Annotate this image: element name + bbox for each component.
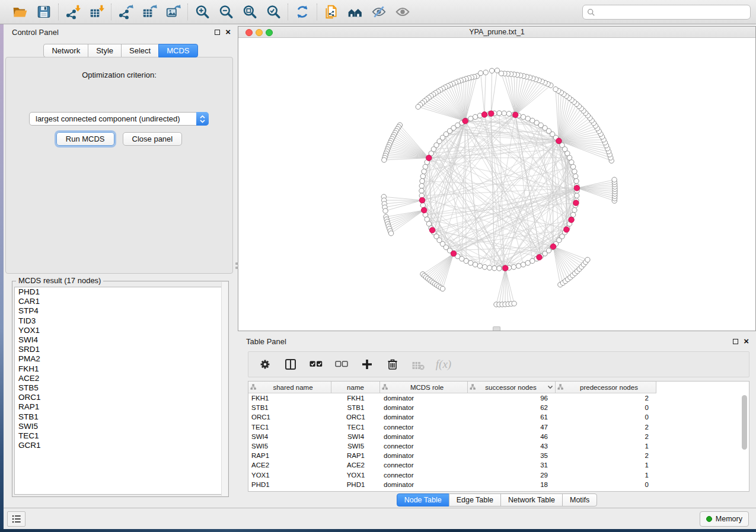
result-list-item[interactable]: TID3 (15, 316, 226, 326)
table-settings-button[interactable] (257, 357, 273, 372)
first-neighbors-button[interactable] (347, 4, 363, 20)
column-header-MCDS-role[interactable]: MCDS role (380, 382, 468, 393)
save-button[interactable] (36, 4, 52, 20)
tab-network[interactable]: Network (43, 44, 88, 57)
canvas-splitter-grip[interactable] (493, 326, 500, 331)
hide-selected-button[interactable] (371, 4, 387, 20)
cell-name: STB1 (331, 404, 380, 411)
table-row[interactable]: RAP1RAP1dominator352 (248, 451, 749, 460)
zoom-fit-content-button[interactable] (241, 4, 258, 20)
table-row[interactable]: STB1STB1dominator620 (248, 403, 749, 412)
network-graph[interactable] (238, 38, 755, 331)
column-header-successor-nodes[interactable]: successor nodes (468, 382, 556, 393)
select-all-rows-button[interactable] (308, 357, 324, 372)
deselect-all-rows-button[interactable] (334, 357, 349, 372)
menu-list-button[interactable] (7, 511, 25, 527)
cell-mcds_role: dominator (380, 404, 468, 411)
close-table-panel-icon[interactable]: × (744, 338, 749, 344)
result-list-item[interactable]: FKH1 (15, 364, 226, 374)
tab-mcds[interactable]: MCDS (158, 44, 197, 57)
result-list-item[interactable]: RAP1 (15, 402, 226, 412)
table-scrollbar-thumb[interactable] (742, 395, 747, 450)
cell-mcds_role: dominator (380, 452, 468, 459)
new-network-from-selection-button[interactable] (323, 4, 340, 20)
panel-splitter-grip[interactable] (234, 261, 239, 274)
zoom-in-button[interactable] (194, 4, 210, 20)
result-list-item[interactable]: YOX1 (15, 326, 226, 335)
memory-button[interactable]: Memory (700, 511, 749, 527)
result-list-item[interactable]: STB1 (15, 412, 226, 422)
result-list-item[interactable]: SWI4 (15, 335, 226, 345)
column-header-label: shared name (257, 384, 329, 391)
tab-network-table[interactable]: Network Table (500, 493, 563, 507)
import-network-button[interactable] (65, 4, 81, 20)
export-table-button[interactable] (141, 4, 158, 20)
table-row[interactable]: SWI5SWI5connector431 (248, 441, 749, 451)
table-row[interactable]: PHD1PHD1dominator180 (248, 480, 749, 489)
tab-select[interactable]: Select (121, 44, 159, 57)
search-box[interactable] (582, 5, 751, 20)
result-list-item[interactable]: TEC1 (15, 431, 226, 441)
tab-node-table[interactable]: Node Table (397, 493, 449, 507)
control-panel-tabs: NetworkStyleSelectMCDS (4, 44, 238, 57)
result-list-item[interactable]: PHD1 (15, 287, 226, 297)
cell-shared_name: PHD1 (248, 481, 331, 488)
export-image-icon (165, 4, 181, 20)
result-list-scrollbar[interactable] (221, 282, 228, 496)
close-panel-icon[interactable]: × (225, 29, 231, 35)
close-window-icon[interactable] (245, 29, 253, 36)
run-mcds-button[interactable]: Run MCDS (56, 132, 114, 146)
result-list-item[interactable]: PMA2 (15, 354, 226, 364)
zoom-selected-button[interactable] (265, 4, 282, 20)
table-row[interactable]: ORC1ORC1dominator610 (248, 412, 749, 422)
chevron-up-down-icon[interactable] (196, 112, 209, 126)
criterion-select[interactable]: largest connected component (undirected) (29, 112, 209, 126)
close-panel-button[interactable]: Close panel (123, 132, 183, 146)
search-input[interactable] (598, 8, 746, 17)
cell-mcds_role: dominator (380, 481, 468, 488)
export-image-button[interactable] (165, 4, 181, 20)
table-row[interactable]: TEC1TEC1connector472 (248, 422, 749, 432)
network-canvas[interactable] (238, 38, 755, 331)
open-file-button[interactable] (12, 4, 28, 20)
new-network-from-selection-icon (324, 4, 339, 20)
result-list-item[interactable]: ACE2 (15, 374, 226, 383)
result-list-item[interactable]: GCR1 (15, 441, 226, 450)
node-table: shared namenameMCDS rolesuccessor nodesp… (248, 381, 749, 492)
float-panel-icon[interactable] (215, 30, 220, 35)
zoom-in-icon (194, 4, 210, 20)
result-list-item[interactable]: SRD1 (15, 345, 226, 354)
export-network-button[interactable] (117, 4, 134, 20)
maximize-window-icon[interactable] (266, 29, 273, 36)
result-list-item[interactable]: ORC1 (15, 393, 226, 402)
zoom-out-button[interactable] (218, 4, 234, 20)
result-list-item[interactable]: SWI5 (15, 422, 226, 431)
add-column-button[interactable] (359, 357, 375, 372)
table-row[interactable]: SWI4SWI4dominator462 (248, 432, 749, 441)
table-row[interactable]: YOX1YOX1connector291 (248, 470, 749, 480)
column-header-name[interactable]: name (331, 382, 380, 393)
import-table-button[interactable] (88, 4, 105, 20)
table-row[interactable]: FKH1FKH1dominator962 (248, 393, 749, 403)
cell-name: ORC1 (331, 414, 380, 421)
tab-style[interactable]: Style (88, 44, 122, 57)
column-header-shared-name[interactable]: shared name (248, 382, 331, 393)
tab-motifs[interactable]: Motifs (562, 493, 597, 507)
table-row[interactable]: ACE2ACE2connector311 (248, 460, 749, 470)
toolbar-group (6, 4, 58, 20)
result-list-item[interactable]: STP4 (15, 306, 226, 316)
delete-column-button[interactable] (385, 357, 400, 372)
tab-edge-table[interactable]: Edge Table (449, 493, 501, 507)
toolbar-group (317, 4, 417, 20)
minimize-window-icon[interactable] (256, 29, 263, 36)
cell-successor_nodes: 62 (468, 404, 556, 411)
float-table-panel-icon[interactable] (733, 339, 738, 344)
list-icon (11, 513, 23, 525)
column-header-predecessor-nodes[interactable]: predecessor nodes (556, 382, 656, 393)
split-panel-button[interactable] (283, 357, 298, 372)
result-list-item[interactable]: STB5 (15, 383, 226, 393)
refresh-layout-button[interactable] (294, 4, 311, 20)
result-list-item[interactable]: CAR1 (15, 297, 226, 306)
cell-successor_nodes: 47 (468, 424, 556, 431)
show-all-button[interactable] (394, 4, 411, 20)
